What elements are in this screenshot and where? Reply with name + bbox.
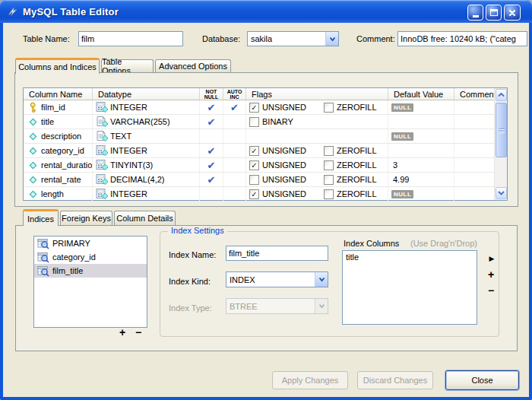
grid-cell: INTEGER — [93, 187, 200, 201]
grid-cell: ✔ — [223, 100, 246, 114]
index-columns-list[interactable]: title — [342, 250, 477, 325]
comment-input[interactable] — [397, 31, 527, 46]
flag-checkbox[interactable] — [324, 189, 334, 199]
flag: ZEROFILL — [324, 160, 388, 170]
scroll-down-icon[interactable] — [496, 187, 507, 199]
flag: ZEROFILL — [324, 175, 388, 185]
thumb-grip-icon — [499, 128, 505, 133]
header-column-name[interactable]: Column Name — [24, 88, 93, 100]
auto-inc-check-icon[interactable]: ✔ — [230, 103, 239, 113]
flag-label: UNSIGNED — [262, 175, 306, 184]
flag-checkbox[interactable]: ✓ — [249, 160, 259, 170]
add-index-button[interactable]: + — [116, 326, 128, 338]
grid-cell — [223, 158, 246, 172]
table-row[interactable]: rental_durationTINYINT(3)✔✓UNSIGNEDZEROF… — [24, 158, 494, 173]
table-row[interactable]: titleVARCHAR(255)✔BINARY — [24, 115, 494, 129]
flag-checkbox[interactable] — [249, 175, 259, 185]
table-row[interactable]: descriptionTEXTNULL — [24, 129, 494, 144]
not-null-check-icon[interactable]: ✔ — [207, 103, 216, 113]
scroll-up-icon[interactable] — [496, 89, 507, 101]
grid-scrollbar[interactable] — [494, 88, 507, 200]
tab-columns-and-indices[interactable]: Columns and Indices — [15, 58, 100, 74]
index-icon — [36, 238, 49, 249]
grid-cell — [454, 158, 494, 172]
grid-cell: INTEGER — [93, 100, 200, 114]
table-row[interactable]: rental_rateDECIMAL(4,2)✔UNSIGNEDZEROFILL… — [24, 173, 494, 187]
grid-cell — [454, 129, 494, 143]
list-item[interactable]: film_title — [34, 264, 147, 278]
close-button[interactable]: Close — [445, 370, 519, 390]
numeric-icon — [96, 101, 109, 113]
tab-foreign-keys[interactable]: Foreign Keys — [60, 211, 112, 225]
flag-checkbox[interactable] — [249, 117, 259, 127]
close-window-button[interactable] — [504, 5, 521, 21]
tab-label: Foreign Keys — [62, 214, 111, 223]
flag-checkbox[interactable]: ✓ — [249, 146, 259, 156]
flag: ✓UNSIGNED — [249, 103, 324, 113]
not-null-check-icon[interactable]: ✔ — [207, 146, 216, 156]
grid-body: film_idINTEGER✔✔✓UNSIGNEDZEROFILLNULLtit… — [24, 100, 507, 202]
flag-checkbox[interactable] — [324, 160, 334, 170]
index-kind-label: Index Kind: — [169, 277, 211, 286]
remove-column-button[interactable]: − — [485, 284, 497, 297]
list-item[interactable]: title — [343, 251, 477, 263]
maximize-button[interactable] — [486, 5, 502, 21]
header-datatype[interactable]: Datatype — [93, 88, 200, 100]
not-null-check-icon[interactable]: ✔ — [207, 175, 216, 185]
list-item[interactable]: PRIMARY — [34, 237, 147, 250]
move-column-button[interactable]: ▶ — [486, 252, 498, 265]
tab-advanced-options[interactable]: Advanced Options — [155, 59, 231, 72]
chevron-down-icon[interactable] — [315, 272, 328, 287]
table-row[interactable]: lengthINTEGER✓UNSIGNEDZEROFILLNULL — [24, 187, 494, 202]
null-badge: NULL — [391, 190, 413, 198]
grid-cell — [200, 187, 223, 201]
column-name: film_id — [40, 103, 65, 112]
flag-checkbox[interactable] — [324, 103, 334, 113]
grid-cell — [223, 115, 246, 129]
table-name-input[interactable] — [78, 31, 183, 46]
index-icon — [36, 265, 49, 277]
remove-index-button[interactable]: − — [132, 326, 144, 338]
grid-cell — [223, 129, 246, 143]
list-item[interactable]: category_id — [34, 250, 147, 264]
tab-indices[interactable]: Indices — [23, 209, 59, 226]
grid-cell: ✔ — [200, 115, 223, 129]
not-null-check-icon[interactable]: ✔ — [207, 160, 216, 170]
index-kind-select[interactable]: INDEX — [226, 271, 328, 287]
flag-label: ZEROFILL — [337, 189, 377, 198]
tab-column-details[interactable]: Column Details — [114, 211, 176, 225]
header-comment[interactable]: Comment — [454, 88, 494, 100]
flag-checkbox[interactable]: ✓ — [249, 103, 259, 113]
database-select[interactable]: sakila — [247, 31, 339, 46]
flag-label: UNSIGNED — [262, 189, 306, 198]
index-name: film_title — [49, 266, 83, 275]
titlebar[interactable]: MySQL Table Editor — [0, 0, 532, 23]
index-name-input[interactable] — [226, 246, 328, 261]
add-column-button[interactable]: + — [485, 268, 497, 281]
minimize-button[interactable] — [467, 5, 483, 21]
grid-cell — [454, 187, 494, 201]
header-flags[interactable]: Flags — [246, 88, 388, 100]
grid-cell: ✔ — [200, 158, 223, 172]
chevron-down-icon[interactable] — [325, 32, 338, 46]
flag: ZEROFILL — [324, 103, 388, 113]
header-not-null[interactable]: NOT NULL — [200, 88, 223, 100]
tab-table-options[interactable]: Table Options — [101, 59, 154, 72]
flag-checkbox[interactable]: ✓ — [249, 189, 259, 199]
grid-cell: ✔ — [200, 144, 223, 157]
scrollbar-thumb[interactable] — [496, 103, 507, 157]
table-name-label: Table Name: — [23, 34, 70, 43]
header-auto-inc[interactable]: AUTO INC — [223, 88, 246, 100]
not-null-check-icon[interactable]: ✔ — [207, 117, 216, 127]
index-type-value: BTREE — [226, 302, 315, 311]
index-name: category_id — [49, 252, 96, 262]
table-row[interactable]: category_idINTEGER✔✓UNSIGNEDZEROFILL — [24, 144, 494, 158]
table-row[interactable]: film_idINTEGER✔✔✓UNSIGNEDZEROFILLNULL — [24, 100, 494, 115]
flag-checkbox[interactable] — [324, 175, 334, 185]
header-default-value[interactable]: Default Value — [388, 88, 454, 100]
datatype: INTEGER — [109, 189, 147, 198]
flag-checkbox[interactable] — [324, 146, 334, 156]
grid-cell — [223, 173, 246, 186]
tab-label: Columns and Indices — [18, 62, 97, 71]
indices-list[interactable]: PRIMARYcategory_idfilm_title — [33, 236, 147, 328]
